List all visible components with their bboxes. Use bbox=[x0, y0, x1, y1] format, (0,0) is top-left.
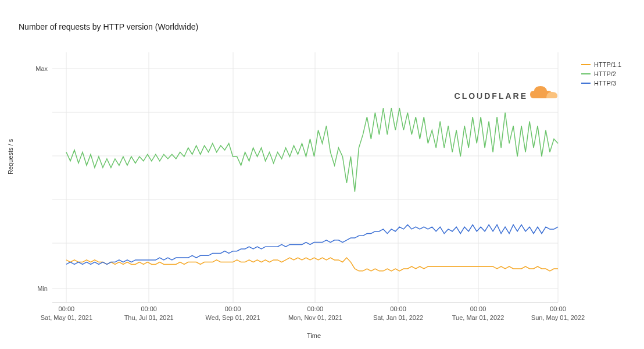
y-tick-min: Min bbox=[37, 285, 52, 292]
legend-item-http-2: HTTP/2 bbox=[581, 70, 621, 77]
plot-svg bbox=[52, 52, 558, 302]
legend: HTTP/1.1 HTTP/2 HTTP/3 bbox=[581, 61, 621, 89]
x-axis-label: Time bbox=[307, 332, 321, 339]
x-tick-3: 00:00 Mon, Nov 01, 2021 bbox=[288, 302, 342, 322]
x-tick-6: 00:00 Sun, May 01, 2022 bbox=[531, 302, 585, 322]
legend-swatch-1 bbox=[581, 73, 591, 74]
legend-swatch-0 bbox=[581, 64, 591, 65]
y-axis-label: Requests / s bbox=[7, 139, 14, 174]
x-tick-1: 00:00 Thu, Jul 01, 2021 bbox=[124, 302, 174, 322]
legend-label-0: HTTP/1.1 bbox=[594, 61, 621, 68]
x-tick-0: 00:00 Sat, May 01, 2021 bbox=[41, 302, 92, 322]
x-tick-4: 00:00 Sat, Jan 01, 2022 bbox=[373, 302, 423, 322]
x-tick-5: 00:00 Tue, Mar 01, 2022 bbox=[452, 302, 504, 322]
chart-plot-area: Max Min 00:00 Sat, May 01, 2021 00:00 Th… bbox=[52, 52, 558, 302]
series-http-2 bbox=[66, 108, 558, 192]
legend-item-http-1-1: HTTP/1.1 bbox=[581, 61, 621, 68]
y-tick-max: Max bbox=[35, 65, 52, 72]
legend-swatch-2 bbox=[581, 83, 591, 84]
legend-item-http-3: HTTP/3 bbox=[581, 80, 621, 87]
x-tick-2: 00:00 Wed, Sep 01, 2021 bbox=[206, 302, 260, 322]
legend-label-1: HTTP/2 bbox=[594, 70, 616, 77]
chart-title: Number of requests by HTTP version (Worl… bbox=[19, 22, 198, 31]
legend-label-2: HTTP/3 bbox=[594, 80, 616, 87]
